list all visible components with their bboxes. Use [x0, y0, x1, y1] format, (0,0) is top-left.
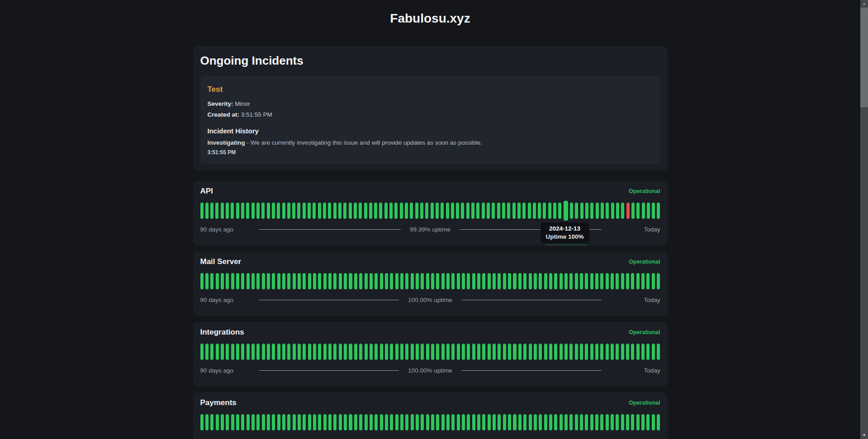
- uptime-bar[interactable]: [354, 414, 357, 430]
- uptime-bar[interactable]: [303, 414, 306, 430]
- uptime-bar[interactable]: [216, 414, 219, 430]
- uptime-bar[interactable]: [323, 414, 327, 430]
- uptime-bar[interactable]: [205, 203, 209, 219]
- uptime-bar[interactable]: [200, 344, 204, 360]
- uptime-bar[interactable]: [210, 203, 213, 219]
- uptime-bar[interactable]: [502, 203, 505, 219]
- uptime-bar[interactable]: [456, 203, 459, 219]
- uptime-bar[interactable]: [466, 203, 470, 219]
- uptime-bar[interactable]: [210, 273, 213, 289]
- uptime-bar[interactable]: [646, 344, 650, 360]
- uptime-bar[interactable]: [513, 414, 516, 430]
- uptime-bar[interactable]: [498, 414, 501, 430]
- uptime-bar[interactable]: [390, 414, 393, 430]
- uptime-bar[interactable]: [446, 273, 450, 289]
- uptime-bar[interactable]: [477, 344, 480, 360]
- uptime-bar[interactable]: [507, 203, 510, 219]
- uptime-bar[interactable]: [267, 414, 270, 430]
- uptime-bar[interactable]: [308, 203, 311, 219]
- uptime-bar[interactable]: [293, 414, 296, 430]
- uptime-bar[interactable]: [313, 344, 316, 360]
- uptime-bar[interactable]: [471, 203, 474, 219]
- uptime-bar[interactable]: [205, 344, 209, 360]
- uptime-bar[interactable]: [600, 273, 603, 289]
- uptime-bar[interactable]: [554, 344, 557, 360]
- uptime-bar[interactable]: [590, 414, 593, 430]
- uptime-bar[interactable]: [512, 203, 516, 219]
- uptime-bar[interactable]: [277, 414, 280, 430]
- uptime-bar[interactable]: [600, 414, 603, 430]
- uptime-bar[interactable]: [461, 203, 464, 219]
- uptime-bar[interactable]: [421, 414, 424, 430]
- uptime-bar[interactable]: [533, 203, 536, 219]
- uptime-bar[interactable]: [385, 273, 388, 289]
- uptime-bar[interactable]: [339, 414, 342, 430]
- uptime-bar[interactable]: [472, 344, 475, 360]
- uptime-bar[interactable]: [405, 344, 408, 360]
- uptime-bar[interactable]: [431, 203, 434, 219]
- uptime-bar[interactable]: [538, 203, 541, 219]
- uptime-bar[interactable]: [256, 414, 260, 430]
- uptime-bar[interactable]: [375, 344, 378, 360]
- uptime-bar[interactable]: [298, 344, 301, 360]
- uptime-bar[interactable]: [513, 344, 516, 360]
- uptime-bar[interactable]: [616, 273, 619, 289]
- uptime-bar[interactable]: [616, 344, 619, 360]
- uptime-bar[interactable]: [498, 344, 501, 360]
- uptime-bar[interactable]: [451, 273, 455, 289]
- uptime-bar[interactable]: [539, 414, 542, 430]
- uptime-bar[interactable]: [410, 203, 413, 219]
- uptime-bar[interactable]: [611, 273, 614, 289]
- uptime-bar[interactable]: [262, 273, 265, 289]
- uptime-bar[interactable]: [313, 414, 316, 430]
- uptime-bar[interactable]: [323, 273, 327, 289]
- uptime-bar[interactable]: [261, 203, 265, 219]
- uptime-bar[interactable]: [569, 344, 573, 360]
- uptime-bar[interactable]: [523, 273, 526, 289]
- uptime-bar[interactable]: [441, 203, 444, 219]
- uptime-bar[interactable]: [231, 344, 234, 360]
- uptime-bar[interactable]: [287, 273, 290, 289]
- uptime-bar[interactable]: [652, 414, 655, 430]
- uptime-bar[interactable]: [282, 414, 285, 430]
- uptime-bar[interactable]: [534, 414, 537, 430]
- uptime-bar[interactable]: [370, 344, 373, 360]
- uptime-bar[interactable]: [411, 414, 414, 430]
- uptime-bar[interactable]: [415, 203, 418, 219]
- uptime-bar[interactable]: [272, 273, 275, 289]
- uptime-bar[interactable]: [477, 273, 480, 289]
- uptime-bar[interactable]: [560, 344, 563, 360]
- uptime-bar[interactable]: [575, 203, 578, 219]
- scroll-down-icon[interactable]: ▼: [860, 431, 868, 439]
- uptime-bar[interactable]: [210, 414, 213, 430]
- uptime-bar[interactable]: [421, 344, 424, 360]
- uptime-bar[interactable]: [333, 273, 337, 289]
- uptime-bar[interactable]: [333, 203, 337, 219]
- uptime-bar[interactable]: [564, 273, 568, 289]
- uptime-bar[interactable]: [267, 203, 270, 219]
- uptime-bar[interactable]: [595, 344, 598, 360]
- uptime-bar[interactable]: [652, 273, 655, 289]
- uptime-bar[interactable]: [256, 203, 260, 219]
- uptime-bar[interactable]: [236, 203, 239, 219]
- uptime-bar[interactable]: [416, 273, 419, 289]
- uptime-bar[interactable]: [585, 344, 588, 360]
- uptime-bar[interactable]: [308, 414, 311, 430]
- uptime-bar[interactable]: [488, 414, 491, 430]
- uptime-bar[interactable]: [425, 203, 428, 219]
- uptime-bar[interactable]: [354, 203, 357, 219]
- uptime-bar[interactable]: [323, 344, 327, 360]
- uptime-bar[interactable]: [370, 414, 373, 430]
- uptime-bar[interactable]: [472, 273, 475, 289]
- uptime-bar[interactable]: [354, 344, 357, 360]
- uptime-bar[interactable]: [641, 273, 645, 289]
- uptime-bar[interactable]: [631, 344, 634, 360]
- uptime-bar[interactable]: [446, 414, 450, 430]
- uptime-bar[interactable]: [256, 273, 260, 289]
- uptime-bar[interactable]: [380, 273, 383, 289]
- uptime-bar[interactable]: [369, 203, 372, 219]
- uptime-bar[interactable]: [226, 414, 229, 430]
- uptime-bar[interactable]: [493, 344, 496, 360]
- uptime-bar[interactable]: [385, 414, 388, 430]
- uptime-bar[interactable]: [522, 203, 526, 219]
